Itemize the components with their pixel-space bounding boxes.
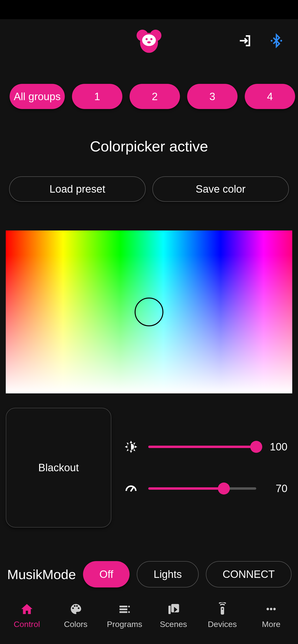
bluetooth-icon[interactable] — [269, 34, 284, 48]
page-title: Colorpicker active — [0, 118, 298, 176]
nav-control[interactable]: Control — [3, 602, 51, 629]
palette-icon — [69, 602, 83, 616]
dots-icon — [264, 602, 278, 616]
group-4-button[interactable]: 4 — [245, 84, 295, 109]
preset-row: Load preset Save color — [0, 176, 298, 202]
nav-more[interactable]: More — [247, 602, 295, 629]
music-mode-row: MusikMode Off Lights CONNECT — [0, 528, 298, 588]
remote-icon — [215, 602, 230, 616]
speed-slider-row: 70 — [123, 481, 287, 496]
group-selector-row: All groups 1 2 3 4 — [0, 62, 298, 118]
svg-point-14 — [128, 611, 130, 613]
group-all-button[interactable]: All groups — [10, 84, 65, 109]
color-picker-handle[interactable] — [135, 298, 163, 326]
group-3-button[interactable]: 3 — [187, 84, 238, 109]
svg-rect-11 — [119, 608, 127, 610]
nav-programs[interactable]: Programs — [100, 602, 149, 629]
music-mode-label: MusikMode — [7, 566, 76, 582]
monkey-logo-icon — [135, 26, 163, 55]
svg-point-5 — [151, 38, 153, 40]
scene-icon — [166, 602, 181, 616]
svg-point-21 — [273, 608, 276, 610]
music-lights-button[interactable]: Lights — [137, 561, 198, 588]
brightness-slider[interactable] — [148, 446, 256, 448]
music-off-button[interactable]: Off — [83, 561, 129, 588]
controls-row: Blackout 100 — [0, 394, 298, 528]
sliders-container: 100 70 — [123, 408, 292, 528]
svg-rect-15 — [169, 606, 171, 614]
svg-point-7 — [271, 40, 272, 42]
nav-colors[interactable]: Colors — [51, 602, 100, 629]
save-color-button[interactable]: Save color — [152, 176, 289, 202]
blackout-button[interactable]: Blackout — [6, 408, 111, 528]
color-picker-area[interactable] — [6, 230, 292, 394]
svg-point-6 — [147, 41, 151, 43]
status-bar — [0, 0, 298, 19]
svg-rect-10 — [119, 606, 127, 607]
group-1-button[interactable]: 1 — [72, 84, 122, 109]
nav-devices[interactable]: Devices — [198, 602, 247, 629]
brightness-slider-row: 100 — [123, 439, 287, 454]
svg-point-3 — [142, 34, 156, 46]
music-connect-button[interactable]: CONNECT — [206, 561, 292, 588]
nav-scenes[interactable]: Scenes — [149, 602, 198, 629]
svg-point-8 — [280, 40, 282, 42]
speed-icon — [123, 481, 139, 496]
svg-rect-12 — [119, 611, 127, 613]
music-mode-buttons: Off Lights CONNECT — [83, 561, 291, 588]
bottom-nav: Control Colors Programs Scenes Devices M… — [0, 591, 298, 644]
svg-point-19 — [266, 608, 269, 610]
speed-slider[interactable] — [148, 487, 256, 490]
nav-control-label: Control — [14, 620, 40, 629]
nav-colors-label: Colors — [64, 620, 87, 629]
home-icon — [20, 602, 34, 616]
nav-devices-label: Devices — [208, 620, 237, 629]
nav-scenes-label: Scenes — [160, 620, 187, 629]
group-2-button[interactable]: 2 — [129, 84, 180, 109]
svg-point-20 — [270, 608, 272, 610]
list-icon — [117, 602, 132, 616]
app-header — [0, 19, 298, 62]
brightness-value: 100 — [266, 441, 287, 453]
nav-programs-label: Programs — [107, 620, 142, 629]
svg-point-4 — [146, 38, 148, 40]
speed-value: 70 — [266, 482, 287, 494]
brightness-icon — [123, 439, 139, 454]
nav-more-label: More — [262, 620, 280, 629]
svg-rect-17 — [221, 606, 224, 614]
svg-point-13 — [128, 606, 130, 607]
load-preset-button[interactable]: Load preset — [9, 176, 146, 202]
login-icon[interactable] — [238, 34, 252, 48]
svg-point-18 — [222, 608, 223, 610]
